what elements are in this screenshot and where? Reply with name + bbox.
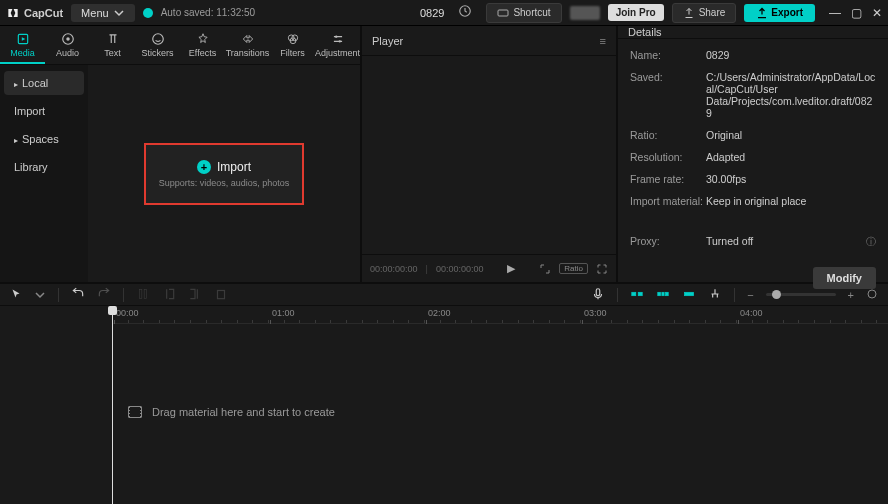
undo-icon (71, 287, 85, 301)
tab-text[interactable]: Text (90, 26, 135, 64)
app-logo: CapCut (6, 6, 63, 20)
asset-tabs: Media Audio Text Stickers Effects Transi… (0, 26, 360, 65)
audio-icon (61, 32, 75, 46)
track-toggle-2[interactable] (656, 287, 670, 303)
effects-icon (196, 32, 210, 46)
player-menu-icon[interactable]: ≡ (600, 35, 606, 47)
text-icon (106, 32, 120, 46)
tab-label: Effects (189, 48, 216, 58)
history-button[interactable] (452, 1, 478, 24)
cursor-tool[interactable] (10, 288, 22, 302)
tab-label: Adjustment (315, 48, 360, 58)
trim-left-button[interactable] (162, 287, 176, 303)
delete-button[interactable] (214, 287, 228, 303)
svg-point-22 (868, 290, 876, 298)
tab-media[interactable]: Media (0, 26, 45, 64)
keyboard-icon (497, 7, 509, 19)
mic-button[interactable] (591, 287, 605, 303)
svg-rect-19 (662, 292, 664, 296)
detail-ratio-label: Ratio: (630, 129, 706, 141)
play-button[interactable]: ▶ (507, 262, 515, 275)
export-icon (756, 7, 768, 19)
filters-icon (286, 32, 300, 46)
detail-framerate-label: Frame rate: (630, 173, 706, 185)
detail-saved-label: Saved: (630, 71, 706, 119)
capcut-logo-icon (6, 6, 20, 20)
titlebar: CapCut Menu Auto saved: 11:32:50 0829 Sh… (0, 0, 888, 26)
redo-button[interactable] (97, 287, 111, 303)
share-button[interactable]: Share (672, 3, 737, 23)
timeline-body[interactable]: Drag material here and start to create (0, 324, 888, 504)
menu-button[interactable]: Menu (71, 4, 135, 22)
detail-import-value: Keep in original place (706, 195, 876, 207)
modify-button[interactable]: Modify (813, 267, 876, 289)
mic-icon (591, 287, 605, 301)
stickers-icon (151, 32, 165, 46)
trim-right-button[interactable] (188, 287, 202, 303)
split-button[interactable] (136, 287, 150, 303)
info-icon[interactable]: ⓘ (866, 235, 876, 249)
import-label: Import (217, 160, 251, 174)
media-main: + Import Supports: videos, audios, photo… (88, 65, 360, 282)
sidebar-item-spaces[interactable]: ▸Spaces (4, 127, 84, 151)
menu-label: Menu (81, 7, 109, 19)
detail-ratio-value: Original (706, 129, 876, 141)
svg-rect-14 (218, 290, 225, 298)
svg-point-11 (338, 40, 340, 42)
sidebar-item-library[interactable]: Library (4, 155, 84, 179)
minimize-button[interactable]: — (829, 6, 841, 20)
time-current: 00:00:00:00 (370, 264, 418, 274)
zoom-slider[interactable] (766, 293, 836, 296)
split-icon (136, 287, 150, 301)
close-button[interactable]: ✕ (872, 6, 882, 20)
tab-effects[interactable]: Effects (180, 26, 225, 64)
svg-marker-3 (21, 37, 24, 41)
track-toggle-1[interactable] (630, 287, 644, 303)
media-sidebar: ▸Local Import ▸Spaces Library (0, 65, 88, 282)
timeline-ruler[interactable]: 00:00 01:00 02:00 03:00 04:00 (112, 306, 888, 324)
sidebar-item-import[interactable]: Import (4, 99, 84, 123)
maximize-button[interactable]: ▢ (851, 6, 862, 20)
scale-icon[interactable] (539, 263, 551, 275)
import-subtext: Supports: videos, audios, photos (159, 178, 290, 188)
fullscreen-icon[interactable] (596, 263, 608, 275)
drag-hint: Drag material here and start to create (128, 406, 335, 418)
track-toggle-3[interactable] (682, 287, 696, 303)
tab-label: Filters (280, 48, 305, 58)
detail-proxy-value: Turned off (706, 235, 866, 249)
magnet-button[interactable] (708, 287, 722, 303)
ratio-button[interactable]: Ratio (559, 263, 588, 274)
media-body: ▸Local Import ▸Spaces Library + Import S… (0, 65, 360, 282)
detail-framerate-value: 30.00fps (706, 173, 876, 185)
drag-hint-text: Drag material here and start to create (152, 406, 335, 418)
details-title: Details (628, 26, 662, 38)
tick-label: 04:00 (740, 308, 763, 318)
fit-icon (866, 288, 878, 300)
film-icon (128, 406, 142, 418)
window-controls: — ▢ ✕ (829, 6, 882, 20)
sidebar-item-local[interactable]: ▸Local (4, 71, 84, 95)
share-icon (683, 7, 695, 19)
undo-button[interactable] (71, 287, 85, 303)
detail-name-value: 0829 (706, 49, 876, 61)
project-title: 0829 (420, 7, 444, 19)
detail-import-label: Import material: (630, 195, 706, 207)
tab-transitions[interactable]: Transitions (225, 26, 270, 64)
export-button[interactable]: Export (744, 4, 815, 22)
tab-label: Text (104, 48, 121, 58)
svg-rect-13 (144, 289, 146, 298)
details-body: Name:0829 Saved:C:/Users/Administrator/A… (618, 39, 888, 259)
fit-zoom-button[interactable] (866, 288, 878, 302)
tab-adjustment[interactable]: Adjustment (315, 26, 360, 64)
tab-audio[interactable]: Audio (45, 26, 90, 64)
import-dropzone[interactable]: + Import Supports: videos, audios, photo… (144, 143, 304, 205)
tab-filters[interactable]: Filters (270, 26, 315, 64)
join-pro-button[interactable]: Join Pro (608, 4, 664, 21)
tab-stickers[interactable]: Stickers (135, 26, 180, 64)
chevron-down-icon[interactable] (34, 289, 46, 301)
chevron-down-icon (113, 7, 125, 19)
shortcut-button[interactable]: Shortcut (486, 3, 561, 23)
player-title: Player (372, 35, 403, 47)
player-controls: 00:00:00:00 | 00:00:00:00 ▶ Ratio (362, 254, 616, 282)
app-name: CapCut (24, 7, 63, 19)
